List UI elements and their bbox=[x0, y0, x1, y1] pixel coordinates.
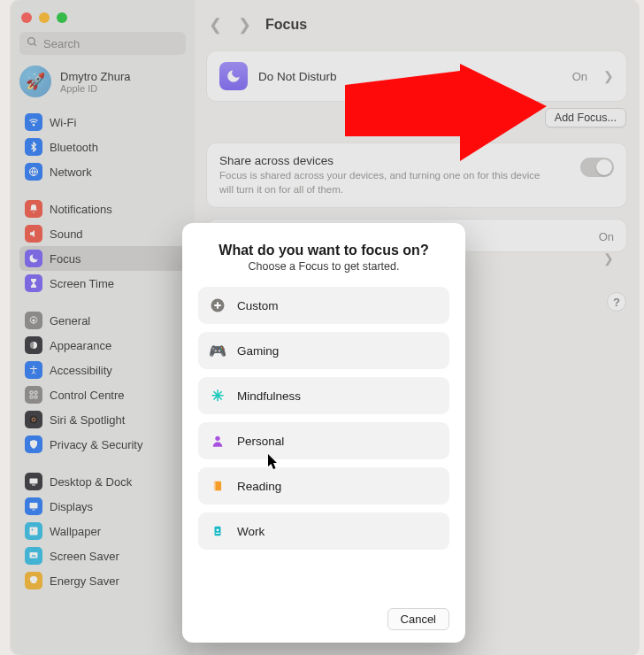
search-placeholder: Search bbox=[43, 37, 80, 50]
svg-point-11 bbox=[30, 416, 38, 424]
moon-icon bbox=[25, 250, 42, 267]
sidebar-item-label: Screen Time bbox=[50, 277, 114, 290]
plus-circle-icon bbox=[209, 297, 226, 314]
svg-rect-13 bbox=[30, 479, 38, 484]
sidebar-item-wallpaper[interactable]: Wallpaper bbox=[19, 519, 186, 543]
share-toggle[interactable] bbox=[580, 158, 614, 177]
gamepad-icon: 🎮 bbox=[209, 342, 226, 359]
focus-option-label: Personal bbox=[237, 435, 284, 448]
sidebar-item-screen-time[interactable]: Screen Time bbox=[19, 271, 186, 296]
badge-icon bbox=[209, 522, 226, 540]
bluetooth-icon bbox=[25, 138, 42, 156]
dnd-row[interactable]: Do Not Disturb On ❯ bbox=[207, 51, 626, 101]
share-title: Share across devices bbox=[219, 154, 614, 167]
zoom-window-icon[interactable] bbox=[57, 12, 67, 23]
svg-rect-16 bbox=[33, 510, 35, 511]
focus-option-label: Reading bbox=[237, 480, 281, 493]
sidebar-item-label: Privacy & Security bbox=[50, 438, 142, 451]
sidebar: Search 🚀 Dmytro Zhura Apple ID Wi-FiBlue… bbox=[11, 0, 195, 655]
share-desc: Focus is shared across your devices, and… bbox=[219, 169, 556, 196]
sidebar-item-sound[interactable]: Sound bbox=[19, 221, 186, 246]
nav-forward-icon[interactable]: ❯ bbox=[236, 15, 253, 35]
svg-point-0 bbox=[28, 38, 35, 45]
share-card: Share across devices Focus is shared acr… bbox=[207, 143, 626, 207]
window-controls bbox=[14, 7, 191, 32]
focus-option-label: Custom bbox=[237, 299, 279, 312]
sidebar-item-label: Accessibility bbox=[50, 364, 112, 377]
focus-option-custom[interactable]: Custom bbox=[198, 287, 449, 324]
add-focus-modal: What do you want to focus on? Choose a F… bbox=[182, 223, 465, 643]
sidebar-item-accessibility[interactable]: Accessibility bbox=[19, 358, 186, 382]
svg-point-22 bbox=[215, 436, 219, 441]
sidebar-item-screen-saver[interactable]: Screen Saver bbox=[19, 543, 186, 568]
chevron-right-icon: ❯ bbox=[603, 251, 614, 266]
siri-icon bbox=[25, 411, 42, 428]
svg-rect-19 bbox=[30, 552, 38, 559]
chevron-right-icon: ❯ bbox=[603, 69, 614, 83]
svg-point-4 bbox=[33, 320, 35, 322]
svg-rect-26 bbox=[216, 533, 220, 534]
sidebar-item-desktop-dock[interactable]: Desktop & Dock bbox=[19, 469, 186, 494]
sidebar-item-label: Wi-Fi bbox=[50, 116, 76, 129]
focus-status-state: On bbox=[599, 230, 614, 243]
sidebar-item-appearance[interactable]: Appearance bbox=[19, 333, 186, 358]
sidebar-item-label: General bbox=[50, 314, 90, 328]
sidebar-item-energy-saver[interactable]: Energy Saver bbox=[19, 568, 186, 593]
focus-option-work[interactable]: Work bbox=[198, 512, 449, 550]
svg-point-18 bbox=[32, 529, 34, 531]
screensaver-icon bbox=[25, 547, 42, 565]
toolbar: Add Focus... bbox=[207, 101, 626, 135]
focus-option-gaming[interactable]: 🎮Gaming bbox=[198, 332, 449, 369]
modal-subtitle: Choose a Focus to get started. bbox=[198, 260, 449, 273]
sidebar-item-general[interactable]: General bbox=[19, 308, 186, 333]
sidebar-item-displays[interactable]: Displays bbox=[19, 494, 186, 519]
focus-option-label: Work bbox=[237, 525, 264, 538]
bell-icon bbox=[25, 200, 42, 218]
sidebar-item-bluetooth[interactable]: Bluetooth bbox=[19, 135, 186, 159]
apple-id-row[interactable]: 🚀 Dmytro Zhura Apple ID bbox=[19, 66, 186, 97]
sidebar-item-notifications[interactable]: Notifications bbox=[19, 196, 186, 221]
sidebar-item-network[interactable]: Network bbox=[19, 159, 186, 184]
svg-rect-8 bbox=[34, 391, 37, 394]
search-icon bbox=[27, 36, 38, 50]
sidebar-item-control-centre[interactable]: Control Centre bbox=[19, 382, 186, 407]
person-icon bbox=[209, 432, 226, 450]
minimize-window-icon[interactable] bbox=[39, 12, 50, 23]
book-icon bbox=[209, 477, 226, 495]
sidebar-item-siri-spotlight[interactable]: Siri & Spotlight bbox=[19, 407, 186, 432]
help-button[interactable]: ? bbox=[607, 292, 626, 312]
close-window-icon[interactable] bbox=[21, 12, 32, 23]
accessibility-icon bbox=[25, 361, 42, 379]
sidebar-item-label: Sound bbox=[50, 227, 83, 241]
focus-option-reading[interactable]: Reading bbox=[198, 467, 449, 505]
nav-back-icon[interactable]: ❮ bbox=[207, 15, 224, 35]
svg-rect-17 bbox=[30, 528, 38, 536]
search-input[interactable]: Search bbox=[19, 32, 186, 55]
cancel-button[interactable]: Cancel bbox=[387, 608, 449, 630]
hourglass-icon bbox=[25, 274, 42, 292]
sidebar-item-wi-fi[interactable]: Wi-Fi bbox=[19, 110, 186, 135]
sound-icon bbox=[25, 225, 42, 243]
sidebar-item-label: Notifications bbox=[50, 203, 112, 216]
avatar: 🚀 bbox=[19, 66, 51, 97]
sidebar-item-label: Siri & Spotlight bbox=[50, 413, 125, 427]
sidebar-item-privacy-security[interactable]: Privacy & Security bbox=[19, 432, 186, 457]
sidebar-item-label: Energy Saver bbox=[50, 574, 119, 588]
privacy-icon bbox=[25, 435, 42, 453]
focus-option-mindfulness[interactable]: ✳Mindfulness bbox=[198, 377, 449, 414]
svg-rect-9 bbox=[30, 396, 33, 398]
focus-option-personal[interactable]: Personal bbox=[198, 422, 449, 459]
add-focus-button[interactable]: Add Focus... bbox=[545, 108, 626, 127]
sidebar-item-label: Bluetooth bbox=[50, 141, 98, 154]
svg-point-2 bbox=[33, 124, 34, 126]
svg-rect-7 bbox=[30, 391, 33, 394]
gear-icon bbox=[25, 312, 42, 329]
svg-point-25 bbox=[217, 528, 219, 531]
user-sub: Apple ID bbox=[60, 83, 130, 94]
modal-title: What do you want to focus on? bbox=[198, 243, 449, 258]
sidebar-item-label: Displays bbox=[50, 500, 93, 513]
moon-icon bbox=[219, 62, 248, 90]
sidebar-item-focus[interactable]: Focus bbox=[19, 246, 186, 271]
displays-icon bbox=[25, 497, 42, 515]
user-name: Dmytro Zhura bbox=[60, 70, 130, 83]
